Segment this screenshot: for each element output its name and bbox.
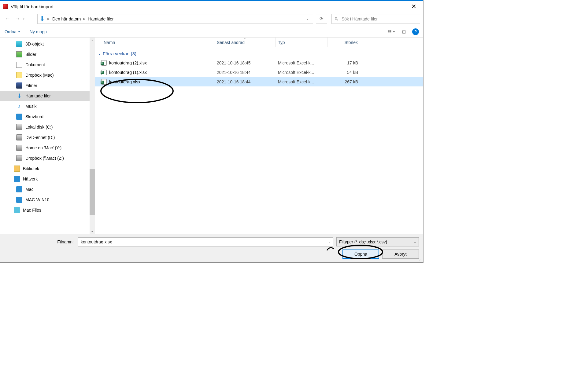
sidebar-item-label: Mac Files xyxy=(23,208,41,213)
file-name: kontoutdrag (2).xlsx xyxy=(109,60,147,65)
forward-button[interactable]: → xyxy=(13,15,22,23)
excel-file-icon xyxy=(101,60,107,66)
file-size: 267 kB xyxy=(327,79,361,84)
sidebar-item[interactable]: DVD-enhet (D:) xyxy=(0,132,95,143)
file-date: 2021-10-16 18:44 xyxy=(214,79,276,84)
file-type: Microsoft Excel-k... xyxy=(276,70,327,75)
folder-icon xyxy=(16,114,22,120)
sidebar-item-label: Bilder xyxy=(25,52,36,57)
new-folder-button[interactable]: Ny mapp xyxy=(30,29,47,34)
filename-label: Filnamn: xyxy=(5,239,75,244)
group-header[interactable]: ⌄ Förra veckan (3) xyxy=(95,50,423,58)
sidebar-item[interactable]: Nätverk xyxy=(0,174,95,184)
sidebar-item[interactable]: 3D-objekt xyxy=(0,39,95,49)
group-header-label: Förra veckan (3) xyxy=(103,51,136,56)
up-button[interactable]: ↑ xyxy=(26,15,34,23)
sort-indicator-icon: ⌄ xyxy=(244,37,246,40)
breadcrumb-item-computer[interactable]: Den här datorn xyxy=(52,16,81,21)
sidebar-item[interactable]: Home on 'Mac' (Y:) xyxy=(0,143,95,153)
folder-icon xyxy=(16,155,22,161)
folder-icon xyxy=(16,186,22,192)
breadcrumb-dropdown-icon[interactable]: ⌄ xyxy=(303,17,312,20)
sidebar-item[interactable]: Bibliotek xyxy=(0,163,95,174)
preview-pane-button[interactable]: ◫ xyxy=(400,28,408,36)
column-name[interactable]: Namn xyxy=(101,38,214,47)
folder-icon xyxy=(16,134,22,140)
sidebar-item-label: 3D-objekt xyxy=(25,42,44,46)
sidebar-item[interactable]: Dropbox (\\Mac) (Z:) xyxy=(0,153,95,163)
dropdown-icon[interactable]: ⌄ xyxy=(414,240,416,244)
sidebar-item[interactable]: Lokal disk (C:) xyxy=(0,122,95,132)
dropdown-icon: ▼ xyxy=(18,30,20,33)
sidebar-item-label: MAC-WIN10 xyxy=(25,197,50,202)
sidebar-item-label: Skrivbord xyxy=(25,114,43,119)
breadcrumb-bar[interactable]: ⬇ ▶ Den här datorn ▶ Hämtade filer ⌄ xyxy=(37,14,313,24)
resize-grip-icon[interactable]: ⋰ xyxy=(419,258,423,262)
excel-file-icon xyxy=(101,70,107,75)
column-type[interactable]: Typ xyxy=(276,38,327,47)
sidebar-item-label: Dokument xyxy=(25,62,45,67)
sidebar-item[interactable]: Skrivbord xyxy=(0,111,95,122)
organize-menu[interactable]: Ordna ▼ xyxy=(5,29,20,34)
sidebar-item[interactable]: Dropbox (Mac) xyxy=(0,70,95,80)
footer: Filnamn: kontoutdrag.xlsx ⌄ Filtyper (*.… xyxy=(0,234,423,262)
folder-icon xyxy=(16,145,22,151)
scroll-up-icon[interactable]: ▴ xyxy=(90,38,95,43)
filename-value: kontoutdrag.xlsx xyxy=(81,239,112,244)
sidebar-item-label: Mac xyxy=(25,187,33,192)
downloads-location-icon: ⬇ xyxy=(39,16,46,22)
close-button[interactable]: ✕ xyxy=(407,3,421,10)
sidebar-item[interactable]: Filmer xyxy=(0,80,95,91)
folder-icon xyxy=(16,197,22,203)
back-button[interactable]: ← xyxy=(3,15,12,23)
sidebar-item[interactable]: Bilder xyxy=(0,49,95,60)
folder-icon xyxy=(16,72,22,78)
sidebar-item[interactable]: Mac Files xyxy=(0,205,95,215)
toolbar: Ordna ▼ Ny mapp ☷ ▼ ◫ ? xyxy=(0,26,423,38)
file-date: 2021-10-16 18:45 xyxy=(214,60,276,65)
column-date-label: Senast ändrad xyxy=(217,40,245,45)
file-name: kontoutdrag (1).xlsx xyxy=(109,70,147,75)
breadcrumb-separator-icon: ▶ xyxy=(47,17,50,20)
sidebar-item-label: Bibliotek xyxy=(23,166,39,171)
file-row[interactable]: kontoutdrag (2).xlsx2021-10-16 18:45Micr… xyxy=(95,58,423,67)
annotation-arrow xyxy=(325,243,396,261)
sidebar-item[interactable]: Mac xyxy=(0,184,95,195)
sidebar: 3D-objektBilderDokumentDropbox (Mac)Film… xyxy=(0,38,95,234)
folder-icon: ♪ xyxy=(16,103,22,109)
file-size: 54 kB xyxy=(327,70,361,75)
refresh-button[interactable]: ⟳ xyxy=(316,14,327,24)
column-size[interactable]: Storlek xyxy=(327,38,361,47)
scroll-thumb[interactable] xyxy=(90,169,95,215)
sidebar-item[interactable]: MAC-WIN10 xyxy=(0,195,95,205)
svg-point-0 xyxy=(101,79,173,103)
history-dropdown-icon[interactable]: ▾ xyxy=(23,17,24,20)
view-options-button[interactable]: ☷ ▼ xyxy=(388,28,396,36)
sidebar-item-label: Dropbox (\\Mac) (Z:) xyxy=(25,156,64,161)
file-row[interactable]: kontoutdrag (1).xlsx2021-10-16 18:44Micr… xyxy=(95,67,423,77)
file-date: 2021-10-16 18:44 xyxy=(214,70,276,75)
sidebar-item-label: Lokal disk (C:) xyxy=(25,125,53,129)
folder-icon xyxy=(14,176,20,182)
folder-icon xyxy=(16,82,22,89)
search-box[interactable]: 🔍︎ xyxy=(331,14,420,24)
file-type: Microsoft Excel-k... xyxy=(276,79,327,84)
annotation-circle xyxy=(99,79,175,105)
titlebar: Välj fil för bankimport ✕ xyxy=(0,1,423,12)
sidebar-item-label: Dropbox (Mac) xyxy=(25,73,54,78)
sidebar-scrollbar[interactable]: ▴ ▾ xyxy=(90,38,95,234)
folder-icon xyxy=(14,207,20,213)
sidebar-item[interactable]: ⬇Hämtade filer xyxy=(0,91,95,101)
sidebar-item[interactable]: ♪Musik xyxy=(0,101,95,111)
scroll-down-icon[interactable]: ▾ xyxy=(90,229,95,234)
folder-icon xyxy=(16,41,22,47)
column-date[interactable]: ⌄ Senast ändrad xyxy=(214,38,276,47)
search-input[interactable] xyxy=(342,16,417,21)
breadcrumb-item-downloads[interactable]: Hämtade filer xyxy=(87,16,114,21)
sidebar-item-label: Musik xyxy=(25,104,37,109)
filename-combobox[interactable]: kontoutdrag.xlsx ⌄ xyxy=(78,237,333,246)
help-button[interactable]: ? xyxy=(412,28,419,35)
sidebar-item[interactable]: Dokument xyxy=(0,60,95,70)
window-title: Välj fil för bankimport xyxy=(11,4,407,9)
sidebar-item-label: Home on 'Mac' (Y:) xyxy=(25,145,61,150)
